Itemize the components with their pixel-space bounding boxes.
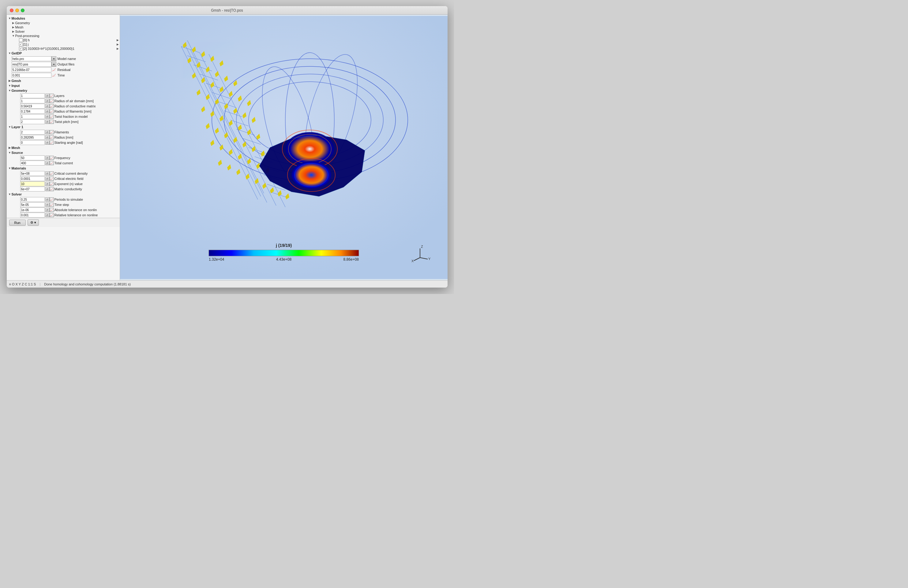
radius-filaments-chart-btn[interactable]: 📈: [50, 109, 54, 114]
total-current-input[interactable]: [20, 161, 45, 165]
model-name-input[interactable]: [11, 56, 52, 61]
radius-filaments-row: ↺ 📈 Radius of filaments [mm]: [7, 109, 120, 114]
exponent-reset-btn[interactable]: ↺: [45, 182, 50, 186]
twist-pitch-reset-btn[interactable]: ↺: [45, 120, 50, 124]
exponent-chart-btn[interactable]: 📈: [50, 182, 54, 186]
pp2-checkbox[interactable]: [19, 47, 23, 50]
critical-current-input[interactable]: [20, 171, 45, 176]
time-step-reset-btn[interactable]: ↺: [45, 202, 50, 207]
starting-angle-reset-btn[interactable]: ↺: [45, 140, 50, 145]
periods-reset-btn[interactable]: ↺: [45, 197, 50, 202]
total-current-reset-btn[interactable]: ↺: [45, 161, 50, 165]
filaments-reset-btn[interactable]: ↺: [45, 130, 50, 134]
solver-section[interactable]: Solver: [7, 192, 120, 197]
starting-angle-chart-btn[interactable]: 📈: [50, 140, 54, 145]
modules-header[interactable]: Modules: [7, 16, 120, 21]
source-header[interactable]: Source: [7, 150, 120, 155]
gmsh-item[interactable]: Gmsh: [7, 78, 120, 83]
critical-current-chart-btn[interactable]: 📈: [50, 171, 54, 176]
radius-mm-reset-btn[interactable]: ↺: [45, 135, 50, 140]
solver-item[interactable]: Solver: [7, 29, 120, 34]
output-files-dropdown[interactable]: ▾: [52, 62, 56, 67]
pp1-label: [1] j: [23, 43, 116, 46]
radius-filaments-reset-btn[interactable]: ↺: [45, 109, 50, 114]
twist-fraction-reset-btn[interactable]: ↺: [45, 114, 50, 119]
twist-fraction-input[interactable]: [20, 114, 45, 119]
critical-electric-input[interactable]: [20, 176, 45, 181]
filaments-chart-btn[interactable]: 📈: [50, 130, 54, 134]
twist-pitch-label: Twist pitch [mm]: [55, 120, 79, 124]
layers-input[interactable]: [20, 93, 45, 98]
matrix-conductivity-input[interactable]: [20, 186, 45, 191]
radius-air-input[interactable]: [20, 98, 45, 103]
pp2-expand[interactable]: [116, 47, 120, 50]
run-button[interactable]: Run: [9, 220, 26, 226]
radius-air-chart-btn[interactable]: 📈: [50, 99, 54, 103]
pp0-checkbox[interactable]: [19, 38, 23, 42]
total-current-row: ↺ 📈 Total current: [7, 161, 120, 165]
rel-tolerance-reset-btn[interactable]: ↺: [45, 213, 50, 217]
abs-tolerance-chart-btn[interactable]: 📈: [50, 208, 54, 212]
pp1-expand[interactable]: [116, 43, 120, 46]
close-button[interactable]: [10, 8, 13, 12]
critical-current-reset-btn[interactable]: ↺: [45, 171, 50, 176]
materials-header[interactable]: Materials: [7, 166, 120, 171]
pp0-item[interactable]: [0] h: [7, 38, 120, 42]
getdp-header[interactable]: GetDP: [7, 51, 120, 56]
radius-conductive-chart-btn[interactable]: 📈: [50, 104, 54, 108]
pp1-checkbox[interactable]: [19, 43, 23, 46]
critical-electric-chart-btn[interactable]: 📈: [50, 177, 54, 181]
minimize-button[interactable]: [15, 8, 19, 12]
geometry-item[interactable]: Geometry: [7, 21, 120, 25]
time-input[interactable]: [11, 73, 52, 78]
filaments-input[interactable]: [20, 130, 45, 135]
geometry-section[interactable]: Geometry: [7, 88, 120, 93]
layers-reset-btn[interactable]: ↺: [45, 94, 50, 98]
model-name-dropdown[interactable]: ▾: [52, 56, 56, 61]
maximize-button[interactable]: [21, 8, 24, 12]
rel-tolerance-input[interactable]: [20, 213, 45, 217]
geometry-section-arrow: [8, 89, 11, 92]
twist-fraction-chart-btn[interactable]: 📈: [50, 114, 54, 119]
matrix-conductivity-chart-btn[interactable]: 📈: [50, 187, 54, 191]
radius-conductive-input[interactable]: [20, 104, 45, 109]
colorbar-min: 1.32e+04: [209, 257, 224, 262]
pp0-expand[interactable]: [116, 38, 120, 42]
frequency-chart-btn[interactable]: 📈: [50, 156, 54, 160]
critical-electric-reset-btn[interactable]: ↺: [45, 177, 50, 181]
time-step-input[interactable]: [20, 202, 45, 207]
filaments-row: ↺ 📈 Filaments: [7, 130, 120, 135]
twist-pitch-chart-btn[interactable]: 📈: [50, 120, 54, 124]
abs-tolerance-input[interactable]: [20, 207, 45, 212]
exponent-input[interactable]: [20, 182, 45, 186]
radius-filaments-input[interactable]: [20, 109, 45, 114]
settings-button[interactable]: ⚙ ▾: [27, 219, 39, 226]
mesh-section[interactable]: Mesh: [7, 145, 120, 150]
time-step-chart-btn[interactable]: 📈: [50, 202, 54, 207]
radius-air-reset-btn[interactable]: ↺: [45, 99, 50, 103]
rel-tolerance-chart-btn[interactable]: 📈: [50, 213, 54, 217]
residual-input[interactable]: [11, 67, 52, 72]
radius-mm-chart-btn[interactable]: 📈: [50, 135, 54, 140]
mesh-item[interactable]: Mesh: [7, 25, 120, 29]
layers-row: ↺ 📈 Layers: [7, 93, 120, 98]
matrix-conductivity-reset-btn[interactable]: ↺: [45, 187, 50, 191]
abs-tolerance-reset-btn[interactable]: ↺: [45, 208, 50, 212]
layer1-header[interactable]: Layer 1: [7, 125, 120, 129]
output-files-input[interactable]: [11, 62, 52, 67]
periods-chart-btn[interactable]: 📈: [50, 197, 54, 202]
post-processing-item[interactable]: Post-processing: [7, 34, 120, 38]
twist-pitch-input[interactable]: [20, 119, 45, 124]
frequency-input[interactable]: [20, 156, 45, 160]
pp2-item[interactable]: [2] 310003=H^1{310001,200000}1: [7, 47, 120, 51]
starting-angle-input[interactable]: [20, 140, 45, 145]
radius-conductive-reset-btn[interactable]: ↺: [45, 104, 50, 108]
input-header[interactable]: Input: [7, 83, 120, 88]
radius-mm-input[interactable]: [20, 135, 45, 140]
periods-input[interactable]: [20, 197, 45, 202]
radius-air-label: Radius of air domain [mm]: [55, 99, 94, 103]
layers-chart-btn[interactable]: 📈: [50, 94, 54, 98]
frequency-reset-btn[interactable]: ↺: [45, 156, 50, 160]
pp1-item[interactable]: [1] j: [7, 42, 120, 47]
total-current-chart-btn[interactable]: 📈: [50, 161, 54, 165]
